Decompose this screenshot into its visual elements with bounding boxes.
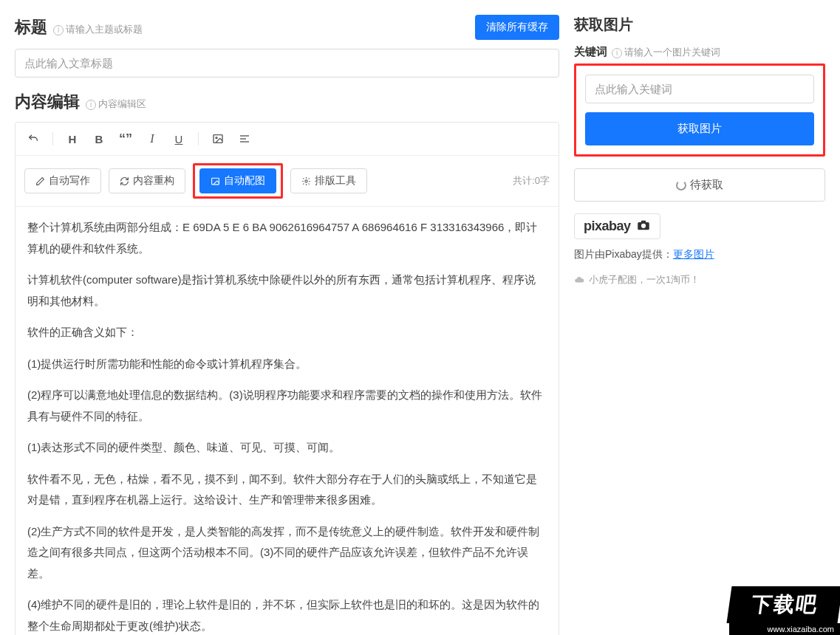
- word-count: 共计:0字: [513, 174, 550, 188]
- more-images-link[interactable]: 更多图片: [673, 248, 714, 260]
- keyword-label-row: 关键词 i请输入一个图片关键词: [574, 45, 825, 59]
- info-icon: i: [86, 100, 96, 110]
- cloud-icon: [574, 275, 584, 285]
- pixabay-badge: pixabay: [574, 213, 660, 239]
- content-paragraph: 计算机软件(computer software)是指计算机系统中除硬件以外的所有…: [27, 270, 547, 312]
- title-heading: 标题: [15, 16, 47, 38]
- editor-panel: H B “” I U 自动写作 内容重构: [15, 122, 559, 635]
- info-icon: i: [53, 25, 64, 35]
- highlight-keyword-panel: 获取图片: [574, 64, 825, 157]
- heading-icon[interactable]: H: [62, 128, 83, 149]
- action-toolbar: 自动写作 内容重构 自动配图 排版工具: [16, 156, 559, 207]
- svg-point-9: [641, 224, 646, 228]
- keyword-label: 关键词: [574, 45, 607, 59]
- get-image-heading: 获取图片: [574, 15, 825, 35]
- align-icon[interactable]: [234, 128, 255, 149]
- svg-point-6: [305, 179, 307, 182]
- svg-rect-8: [641, 221, 646, 223]
- title-input[interactable]: [15, 49, 559, 78]
- auto-image-button[interactable]: 自动配图: [199, 168, 276, 193]
- title-hint: i请输入主题或标题: [53, 23, 143, 36]
- content-paragraph: 软件的正确含义如下：: [27, 322, 547, 343]
- pending-button[interactable]: 待获取: [574, 168, 825, 202]
- italic-icon[interactable]: I: [142, 128, 163, 149]
- restructure-button[interactable]: 内容重构: [109, 168, 185, 193]
- image-source: 图片由Pixabay提供：更多图片: [574, 248, 825, 261]
- format-toolbar: H B “” I U: [16, 123, 559, 156]
- quote-icon[interactable]: “”: [115, 128, 136, 149]
- content-heading: 内容编辑: [15, 91, 80, 113]
- content-paragraph: (2)程序可以满意地处理信息的数据结构。(3)说明程序功能要求和程序需要的文档的…: [27, 385, 547, 427]
- watermark: 下载吧 www.xiazaiba.com: [729, 586, 840, 635]
- highlight-auto-image: 自动配图: [193, 163, 283, 199]
- bold-icon[interactable]: B: [89, 128, 109, 149]
- content-paragraph: 软件看不见，无色，枯燥，看不见，摸不到，闻不到。软件大部分存在于人们的头脑或纸上…: [27, 469, 547, 511]
- layout-tool-button[interactable]: 排版工具: [290, 168, 367, 193]
- content-paragraph: (4)维护不同的硬件是旧的，理论上软件是旧的，并不坏，但实际上软件也是旧的和坏的…: [27, 594, 547, 635]
- editor-content[interactable]: 整个计算机系统由两部分组成：E 69DA 5 E 6 BA 9062616964…: [16, 207, 559, 635]
- content-paragraph: (1)表达形式不同的硬件类型、颜色、味道、可见、可摸、可闻。: [27, 437, 547, 459]
- content-hint: i内容编辑区: [86, 97, 146, 111]
- svg-point-1: [216, 137, 217, 139]
- content-paragraph: 整个计算机系统由两部分组成：E 69DA 5 E 6 BA 9062616964…: [27, 217, 547, 259]
- content-paragraph: (2)生产方式不同的软件是开发，是人类智能的高发挥，而不是传统意义上的硬件制造。…: [27, 521, 547, 585]
- spinner-icon: [676, 180, 686, 190]
- undo-icon[interactable]: [23, 128, 44, 149]
- content-paragraph: (1)提供运行时所需功能和性能的命令或计算机程序集合。: [27, 354, 547, 375]
- underline-icon[interactable]: U: [168, 128, 189, 149]
- title-header: 标题 i请输入主题或标题 清除所有缓存: [15, 15, 559, 40]
- info-icon: i: [612, 48, 622, 58]
- clear-cache-button[interactable]: 清除所有缓存: [475, 15, 559, 40]
- camera-icon: [636, 219, 651, 234]
- get-image-button[interactable]: 获取图片: [585, 112, 814, 145]
- keyword-input[interactable]: [585, 75, 814, 103]
- image-icon[interactable]: [208, 128, 228, 149]
- footer-note: 小虎子配图，一次1淘币！: [574, 273, 825, 286]
- auto-write-button[interactable]: 自动写作: [24, 168, 101, 193]
